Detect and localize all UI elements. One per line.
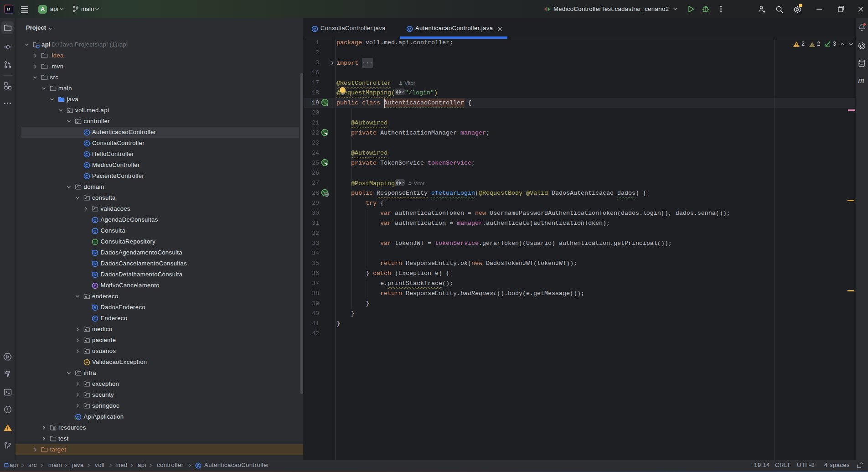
svg-text:C: C: [85, 152, 88, 157]
svg-text:C: C: [85, 141, 88, 146]
svg-text:C: C: [93, 229, 97, 233]
svg-text:R: R: [93, 306, 97, 310]
svg-text:C: C: [93, 316, 97, 321]
svg-text:C: C: [408, 27, 411, 31]
svg-text:C: C: [85, 163, 88, 168]
svg-text:R: R: [93, 262, 97, 266]
svg-text:C: C: [93, 218, 97, 223]
svg-text:C: C: [197, 463, 200, 468]
svg-text:I: I: [94, 240, 96, 244]
svg-text:C: C: [313, 27, 316, 31]
svg-text:R: R: [93, 251, 97, 255]
svg-text:E: E: [93, 284, 96, 288]
svg-text:R: R: [93, 273, 97, 277]
svg-text:C: C: [85, 174, 88, 179]
svg-text:C: C: [85, 130, 88, 135]
